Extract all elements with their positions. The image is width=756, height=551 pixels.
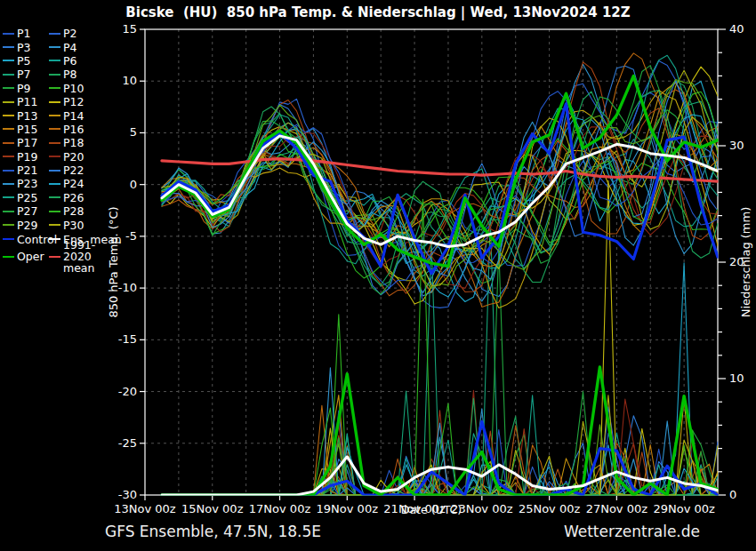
legend-item-p22: P22 xyxy=(49,164,111,176)
temp-tick-label: 5 xyxy=(130,125,137,139)
temp-tick-label: 15 xyxy=(122,22,137,36)
legend-item-p21-label: P21 xyxy=(17,164,37,176)
legend-item-p13-swatch xyxy=(3,115,14,116)
legend-item-p15-swatch xyxy=(3,128,14,130)
footer-model-info: GFS Ensemble, 47.5N, 18.5E xyxy=(105,523,321,540)
legend-item-p15-label: P15 xyxy=(17,124,37,135)
temp-tick-label: -10 xyxy=(118,281,137,294)
legend-item-oper-swatch xyxy=(3,256,14,258)
legend-item-clim-label: 1991-2020 mean xyxy=(63,239,111,274)
legend-item-p12-label: P12 xyxy=(63,96,84,108)
legend-item-p12: P12 xyxy=(49,96,111,108)
legend-item-p28: P28 xyxy=(49,205,111,217)
legend-item-oper-label: Oper xyxy=(17,251,44,262)
legend-item-p8-label: P8 xyxy=(63,68,77,80)
legend-item-p27: P27 xyxy=(3,205,49,217)
legend-item-p8: P8 xyxy=(49,68,111,80)
legend-item-p13: P13 xyxy=(3,110,49,122)
legend-item-p6: P6 xyxy=(49,55,111,67)
footer-site-name: Wetterzentrale.de xyxy=(564,523,700,540)
legend-item-p18: P18 xyxy=(49,137,111,148)
legend-item-p20-swatch xyxy=(49,156,60,157)
legend-item-clim-swatch xyxy=(49,256,60,258)
legend-item-p26-swatch xyxy=(49,196,60,198)
legend-item-p4-swatch xyxy=(49,46,60,48)
legend-item-p11-swatch xyxy=(3,101,14,103)
legend-item-p19: P19 xyxy=(3,151,49,163)
legend-item-p1-label: P1 xyxy=(17,28,31,39)
legend-item-p24: P24 xyxy=(49,178,111,189)
legend-item-control-swatch xyxy=(3,238,14,240)
x-tick-label: 27Nov 00z xyxy=(586,502,648,515)
legend-item-p30: P30 xyxy=(49,220,111,231)
meteogram-page: Bicske (HU) 850 hPa Temp. & Niederschlag… xyxy=(0,0,756,551)
legend-item-p3-swatch xyxy=(3,46,14,48)
legend-item-p7: P7 xyxy=(3,68,49,80)
legend-item-p3-label: P3 xyxy=(17,42,31,53)
legend-item-p21-swatch xyxy=(3,170,14,172)
legend-item-p16-swatch xyxy=(49,128,60,130)
legend-item-p14: P14 xyxy=(49,110,111,122)
legend-item-p18-label: P18 xyxy=(63,137,84,148)
legend-item-p2: P2 xyxy=(49,28,111,39)
legend-item-ens-mean-swatch xyxy=(49,238,60,240)
temp-tick-label: -15 xyxy=(118,332,137,346)
x-tick-label: 13Nov 00z xyxy=(114,502,176,515)
legend-item-p25-label: P25 xyxy=(17,192,37,204)
x-tick-label: 17Nov 00z xyxy=(249,502,311,515)
legend-item-p7-label: P7 xyxy=(17,68,31,80)
legend-item-p23-swatch xyxy=(3,183,14,185)
legend-item-p29-swatch xyxy=(3,224,14,226)
legend-item-p30-label: P30 xyxy=(63,220,84,231)
legend-item-p28-swatch xyxy=(49,211,60,212)
legend-item-p12-swatch xyxy=(49,101,60,103)
temp-tick-label: 0 xyxy=(130,178,137,191)
legend-item-p23-label: P23 xyxy=(17,178,37,189)
temp-tick-label: -30 xyxy=(118,488,137,501)
legend-item-p5-label: P5 xyxy=(17,55,31,67)
legend-item-p25: P25 xyxy=(3,192,49,204)
temp-tick-label: 10 xyxy=(122,74,137,87)
y-axis-label-temp: 850 hPa Temp. (°C) xyxy=(107,206,120,317)
legend-item-p29-label: P29 xyxy=(17,220,37,231)
legend-item-p21: P21 xyxy=(3,164,49,176)
legend-item-p18-swatch xyxy=(49,142,60,144)
x-tick-label: 29Nov 00z xyxy=(653,502,715,515)
legend: P1P2P3P4P5P6P7P8P9P10P11P12P13P14P15P16P… xyxy=(3,27,111,260)
legend-item-p9: P9 xyxy=(3,83,49,94)
legend-item-p28-label: P28 xyxy=(63,205,84,217)
legend-item-p1-swatch xyxy=(3,33,14,35)
legend-item-p10: P10 xyxy=(49,83,111,94)
legend-item-p22-swatch xyxy=(49,170,60,172)
temp-tick-label: -25 xyxy=(118,436,137,450)
legend-item-p7-swatch xyxy=(3,74,14,76)
legend-item-p11-label: P11 xyxy=(17,96,37,108)
legend-item-p5-swatch xyxy=(3,60,14,61)
legend-item-p24-swatch xyxy=(49,183,60,185)
legend-item-p8-swatch xyxy=(49,74,60,76)
precip-tick-label: 40 xyxy=(729,22,744,36)
legend-item-p26: P26 xyxy=(49,192,111,204)
legend-item-p15: P15 xyxy=(3,124,49,135)
legend-item-p30-swatch xyxy=(49,224,60,226)
legend-item-p2-label: P2 xyxy=(63,28,77,39)
legend-item-p20-label: P20 xyxy=(63,151,84,163)
legend-item-p10-label: P10 xyxy=(63,83,84,94)
legend-item-p24-label: P24 xyxy=(63,178,84,189)
precip-tick-label: 30 xyxy=(729,139,744,152)
legend-item-p2-swatch xyxy=(49,33,60,35)
temp-tick-label: -5 xyxy=(125,229,137,243)
x-tick-label: 19Nov 00z xyxy=(317,502,379,515)
legend-item-p9-label: P9 xyxy=(17,83,31,94)
x-axis-label: Date (UTC) xyxy=(401,503,462,516)
legend-item-p16: P16 xyxy=(49,124,111,135)
legend-item-p26-label: P26 xyxy=(63,192,84,204)
legend-item-p13-label: P13 xyxy=(17,110,37,122)
legend-item-p16-label: P16 xyxy=(63,124,84,135)
legend-item-p5: P5 xyxy=(3,55,49,67)
legend-item-p9-swatch xyxy=(3,87,14,89)
legend-item-p10-swatch xyxy=(49,87,60,89)
legend-item-p4: P4 xyxy=(49,42,111,53)
legend-item-p27-swatch xyxy=(3,211,14,212)
legend-item-p1: P1 xyxy=(3,28,49,39)
